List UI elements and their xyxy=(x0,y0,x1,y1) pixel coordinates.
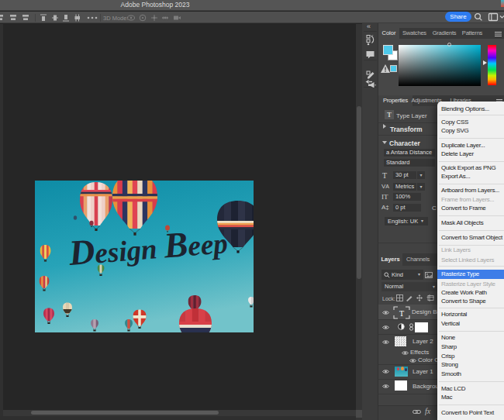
svg-text:T: T xyxy=(399,309,404,318)
